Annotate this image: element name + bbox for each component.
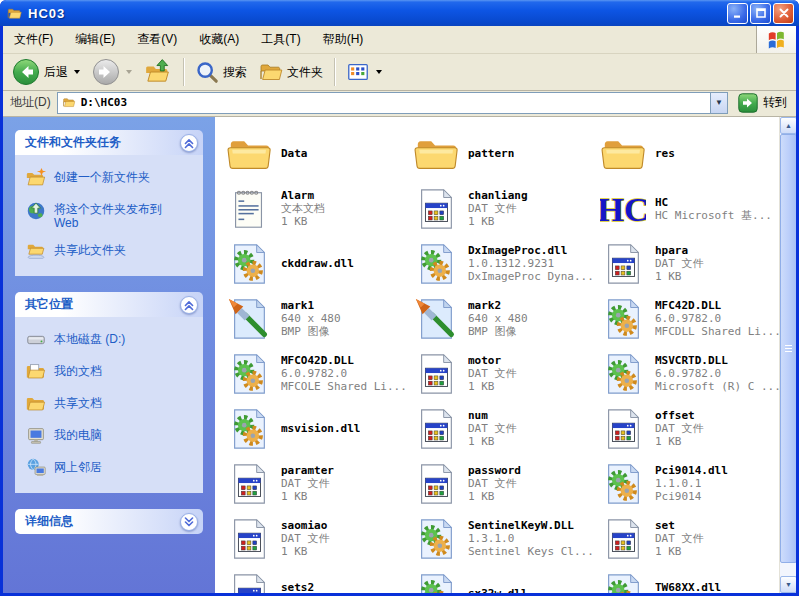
file-tile[interactable]: pattern [408,126,595,181]
chevron-down-icon: ▼ [715,98,723,107]
file-tile[interactable]: DxImageProc.dll 1.0.1312.9231 DxImagePro… [408,236,595,291]
expand-button[interactable] [180,513,198,531]
file-tile[interactable]: MFCO42D.DLL 6.0.9782.0 MFCOLE Shared Li.… [221,346,408,401]
title-bar[interactable]: HC03 [0,0,799,26]
file-tile[interactable]: chanliang DAT 文件 1 KB [408,181,595,236]
menu-item[interactable]: 文件(F) [3,26,64,53]
my-computer-icon [25,425,47,447]
maximize-button[interactable] [750,3,771,24]
place-label: 我的电脑 [54,425,102,442]
file-tile[interactable]: num DAT 文件 1 KB [408,401,595,456]
menu-item[interactable]: 编辑(E) [64,26,126,53]
other-places-panel-header[interactable]: 其它位置 [15,292,203,317]
back-dropdown-caret[interactable] [74,70,80,74]
folders-button[interactable]: 文件夹 [254,57,328,87]
bmp-image-icon [413,296,459,342]
menu-item[interactable]: 工具(T) [250,26,311,53]
menu-item[interactable]: 收藏(A) [188,26,250,53]
file-meta: DAT 文件 [655,422,704,435]
file-meta: 640 x 480 [281,312,341,325]
address-dropdown-button[interactable]: ▼ [710,93,727,113]
file-name: motor [468,354,517,367]
collapse-button[interactable] [180,296,198,314]
dll-file-icon [413,241,459,287]
task-item[interactable]: 共享此文件夹 [25,240,197,262]
file-tile[interactable]: HC HC Microsoft 基... [595,181,779,236]
file-tile[interactable]: hpara DAT 文件 1 KB [595,236,779,291]
file-tile[interactable]: Data [221,126,408,181]
file-tasks-panel-header[interactable]: 文件和文件夹任务 [15,130,203,155]
file-tile[interactable]: MFC42D.DLL 6.0.9782.0 MFCDLL Shared Li..… [595,291,779,346]
file-meta: DAT 文件 [468,367,517,380]
scroll-thumb[interactable] [780,134,796,563]
forward-button[interactable] [87,55,137,89]
new-folder-icon [25,167,47,189]
file-meta: 1.1.0.1 [655,477,728,490]
vertical-scrollbar[interactable]: ▲ ▼ [779,117,796,593]
scroll-down-button[interactable]: ▼ [780,576,796,593]
file-tile[interactable]: sx32w.dll [408,566,595,593]
place-item[interactable]: 网上邻居 [25,457,197,479]
forward-icon [92,58,120,86]
place-item[interactable]: 共享文档 [25,393,197,415]
close-button[interactable] [773,3,794,24]
folder-app-icon [6,6,23,21]
file-meta: MFCOLE Shared Li... [281,380,407,393]
file-tile[interactable]: MSVCRTD.DLL 6.0.9782.0 Microsoft (R) C .… [595,346,779,401]
file-meta: DAT 文件 [655,532,704,545]
file-meta: DAT 文件 [281,477,334,490]
address-input[interactable] [77,96,710,109]
back-icon [12,58,40,86]
file-tile[interactable]: res [595,126,779,181]
file-meta: DAT 文件 [655,257,704,270]
file-name: num [468,409,517,422]
file-tile[interactable]: mark2 640 x 480 BMP 图像 [408,291,595,346]
file-meta: 1.3.1.0 [468,532,594,545]
file-name: Pci9014.dll [655,464,728,477]
up-button[interactable] [139,55,177,89]
views-dropdown-caret[interactable] [376,70,382,74]
file-tile[interactable]: motor DAT 文件 1 KB [408,346,595,401]
file-name: mark1 [281,299,341,312]
search-button[interactable]: 搜索 [190,57,252,87]
file-tile[interactable]: ckddraw.dll [221,236,408,291]
address-combobox[interactable]: ▼ [57,92,728,114]
views-button[interactable] [341,57,387,87]
search-label: 搜索 [223,64,247,81]
task-item[interactable]: 将这个文件夹发布到 Web [25,199,197,230]
file-tile[interactable]: sets2 DAT 文件 [221,566,408,593]
publish-web-icon [25,199,47,221]
file-tasks-panel: 文件和文件夹任务 创建一个新文件夹 [15,130,203,276]
folder-icon [600,131,646,177]
menu-item[interactable]: 查看(V) [126,26,188,53]
menu-item[interactable]: 帮助(H) [312,26,375,53]
file-tile[interactable]: Alarm 文本文档 1 KB [221,181,408,236]
details-panel-header[interactable]: 详细信息 [15,509,203,534]
file-tile[interactable]: msvision.dll [221,401,408,456]
file-meta: 6.0.9782.0 [655,312,779,325]
file-tile[interactable]: offset DAT 文件 1 KB [595,401,779,456]
back-button[interactable]: 后退 [7,55,85,89]
file-name: paramter [281,464,334,477]
file-list-view[interactable]: Data [215,117,779,593]
go-button[interactable]: 转到 [734,93,791,113]
file-tile[interactable]: Pci9014.dll 1.1.0.1 Pci9014 [595,456,779,511]
file-tile[interactable]: saomiao DAT 文件 1 KB [221,511,408,566]
minimize-button[interactable] [727,3,748,24]
file-tile[interactable]: mark1 640 x 480 BMP 图像 [221,291,408,346]
place-item[interactable]: 本地磁盘 (D:) [25,329,197,351]
file-tile[interactable]: TW68XX.dll 1.3.0.0 [595,566,779,593]
collapse-button[interactable] [180,134,198,152]
place-item[interactable]: 我的文档 [25,361,197,383]
file-tile[interactable]: password DAT 文件 1 KB [408,456,595,511]
task-label: 将这个文件夹发布到 Web [54,199,162,230]
place-item[interactable]: 我的电脑 [25,425,197,447]
address-folder-icon [61,96,77,109]
file-name: pattern [468,147,514,160]
file-tile[interactable]: SentinelKeyW.DLL 1.3.1.0 Sentinel Keys C… [408,511,595,566]
file-tile[interactable]: set DAT 文件 1 KB [595,511,779,566]
scroll-up-button[interactable]: ▲ [780,117,796,134]
file-tile[interactable]: paramter DAT 文件 1 KB [221,456,408,511]
task-item[interactable]: 创建一个新文件夹 [25,167,197,189]
place-label: 共享文档 [54,393,102,410]
